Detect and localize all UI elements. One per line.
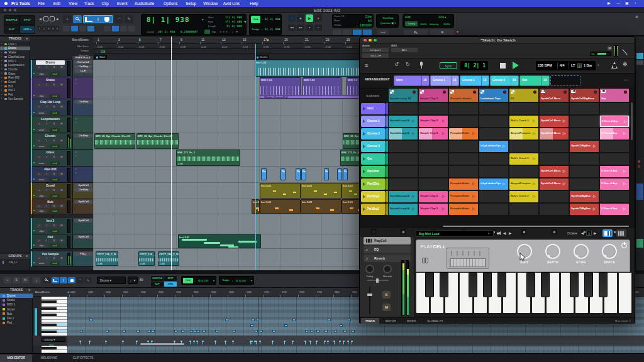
empty-cell[interactable]	[509, 204, 538, 215]
velocity-dot[interactable]	[193, 341, 195, 343]
sketch-vscrollbar[interactable]	[631, 102, 633, 140]
grabber-tool-button[interactable]	[104, 17, 109, 22]
velocity-dot[interactable]	[333, 341, 335, 343]
midi-track-item-drums[interactable]: Drums	[0, 293, 33, 298]
tempo-toggle-button[interactable]	[353, 30, 362, 35]
track-show-icon[interactable]: ▸	[1, 97, 3, 99]
empty-cell[interactable]	[509, 141, 538, 152]
clip-cell-5-over-4-arp[interactable]: 5 Over 4 Arp▷	[600, 116, 629, 127]
loop-record-button[interactable]: ●	[314, 25, 322, 31]
online-button[interactable]: ◔	[288, 14, 296, 22]
record-button[interactable]: ●	[314, 14, 322, 22]
sketch-window[interactable]: *Sketch: Go SketchAudiono Input ▾Out 1-2…	[359, 36, 635, 323]
minimize-button[interactable]	[369, 39, 372, 42]
track-header-pad[interactable]: Pad●ISMclipsread	[31, 234, 72, 249]
record-cell-dot[interactable]	[594, 90, 597, 94]
device-button-eq[interactable]: ≡EQ	[364, 246, 411, 253]
sketch-tab-global-fx[interactable]: GLOBAL FX	[421, 318, 448, 324]
white-key[interactable]	[618, 272, 632, 314]
solo-button[interactable]: S	[51, 239, 57, 243]
grid2-value[interactable]: 23:4 ▾	[438, 16, 446, 19]
velocity-dot[interactable]	[232, 341, 234, 343]
record-arm-button[interactable]: ●	[36, 155, 42, 159]
record-arm-button[interactable]: ●	[36, 172, 42, 176]
empty-cell[interactable]	[449, 116, 478, 127]
tracks-list-item-midi-1[interactable]: ▸MIDI 1	[0, 59, 30, 63]
rewind-button[interactable]: ◀◀	[288, 25, 296, 31]
empty-cell[interactable]	[540, 204, 569, 215]
tracks-list-item-loopmasters[interactable]: ▸Loopmasters	[0, 63, 30, 68]
insert-empty-dot[interactable]	[75, 79, 77, 80]
menu-item-audiosuite[interactable]: AudioSuite	[135, 1, 154, 6]
clip-cell-synthcell-bass[interactable]: SynthCell Bass▷	[540, 178, 569, 190]
record-cell-dot[interactable]	[564, 90, 567, 94]
black-key[interactable]	[541, 272, 550, 297]
clip[interactable]: Ra	[337, 168, 342, 180]
track-header-glass[interactable]: Glass●ISMwaveread	[31, 150, 72, 167]
track-show-icon[interactable]: ▸	[1, 85, 3, 87]
menu-item-clip[interactable]: Clip	[102, 1, 109, 6]
sketch-settings-gear[interactable]: ✻	[623, 61, 628, 67]
sketch-tab-editor[interactable]: EDITOR	[380, 318, 401, 324]
volume-fader-track[interactable]	[369, 287, 370, 314]
clip-cell-ampedpumpkn[interactable]: AmpedPumpkn▷	[509, 128, 538, 140]
clip[interactable]: BR1_80_Epi_Chords_Dist-02	[136, 133, 179, 149]
insert-slot-synthcell[interactable]: SynthCell	[74, 235, 92, 239]
empty-cell[interactable]	[509, 166, 538, 177]
velocity-dot[interactable]	[250, 341, 252, 343]
velocity-dot[interactable]	[316, 341, 318, 343]
track-show-icon[interactable]: ▸	[1, 64, 3, 66]
insert-slot-psa-1[interactable]: PSA-1	[74, 252, 92, 256]
piano-keys-column[interactable]	[42, 297, 67, 362]
clip-cell-synthcell-bass[interactable]: SynthCell Bass▷	[540, 166, 569, 177]
mode-shuffle-button[interactable]: SHUFFLE	[4, 16, 19, 24]
counter-chevron-icon[interactable]: ▾	[202, 18, 204, 21]
menu-item-help[interactable]: Help	[250, 1, 258, 6]
midi-note[interactable]	[343, 330, 347, 332]
tracks-panel-gear-icon[interactable]: ✻	[26, 37, 28, 40]
midi-note-value-selector[interactable]: ♩ ▾	[128, 277, 138, 284]
midi-track-button[interactable]: M	[21, 277, 29, 283]
arrangement-section-groove-2[interactable]: Groove 21X	[460, 75, 489, 86]
midi-note[interactable]	[203, 330, 206, 332]
insert-slot-synthcell[interactable]: SynthCell	[74, 200, 92, 204]
record-arm-button[interactable]: ●	[36, 83, 42, 87]
velocity-dot[interactable]	[254, 341, 256, 343]
track-header-drums[interactable]: Drums●ISMclipsread	[31, 60, 72, 77]
input-monitor-button[interactable]: I	[43, 122, 50, 126]
track-name[interactable]: Vox Sample	[36, 252, 65, 256]
sketch-counter[interactable]: 8| 2| 1	[460, 61, 488, 70]
solo-button[interactable]: S	[382, 291, 391, 299]
mute-button[interactable]: M	[58, 189, 65, 192]
tracks-list-item-vox-sample[interactable]: ▸Vox Sample	[0, 97, 30, 101]
velocity-dot[interactable]	[147, 341, 149, 343]
mute-button[interactable]: M	[58, 122, 65, 126]
keyboard-view-button[interactable]	[602, 229, 613, 237]
velocity-dot[interactable]	[259, 341, 261, 343]
track-name[interactable]: Clap Hat Loop	[36, 100, 65, 104]
preset-prev-button[interactable]: ◀	[503, 231, 506, 235]
pencil-tool-button[interactable]: ✎	[125, 15, 133, 23]
empty-cell[interactable]	[419, 141, 448, 152]
stop-all-button[interactable]	[371, 229, 376, 234]
play-button[interactable]: ▶	[306, 14, 313, 22]
record-cell-dot[interactable]	[503, 90, 506, 94]
track-show-icon[interactable]: ▸	[1, 77, 3, 79]
clip-cell-synthcell-bass[interactable]: SynthCell Bass▷	[540, 128, 569, 140]
insert-slot-synthcell[interactable]: SynthCell	[74, 184, 92, 187]
track-name[interactable]: Glass	[36, 150, 65, 155]
clip[interactable]: Ra	[324, 168, 329, 180]
status-chip[interactable]	[204, 30, 210, 34]
menu-item-track[interactable]: Track	[84, 1, 94, 6]
metronome-icon[interactable]	[611, 62, 618, 69]
send-knob-reverb[interactable]	[383, 265, 392, 273]
input-monitor-button[interactable]: I	[43, 83, 50, 87]
midi-track-button[interactable]: ●	[4, 277, 11, 283]
counter-note-icon[interactable]: ♩ ▾	[232, 30, 238, 33]
track-header-raw-808[interactable]: Raw 808●ISMwaveread	[31, 167, 72, 183]
scene-column-header-5[interactable]: SynthCell Bass	[540, 89, 569, 102]
empty-cell[interactable]	[540, 191, 569, 202]
zoom-vertical-icon[interactable]	[50, 16, 55, 21]
insert-empty-dot[interactable]	[75, 151, 77, 153]
fast-forward-button[interactable]: ▶▶	[297, 25, 304, 31]
